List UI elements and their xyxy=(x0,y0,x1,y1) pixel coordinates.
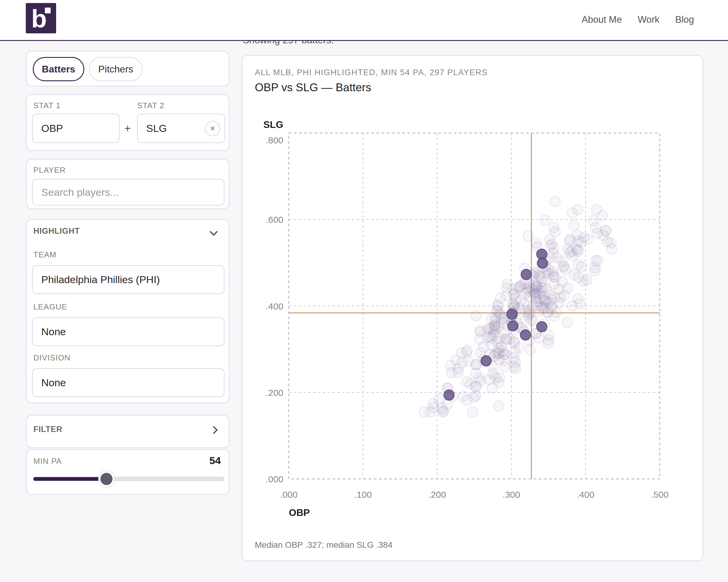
scatter-point[interactable] xyxy=(425,407,436,417)
scatter-plot[interactable]: .000.100.200.300.400.500.000.200.400.600… xyxy=(252,116,695,528)
scatter-point[interactable] xyxy=(562,317,572,328)
x-tick-label: .200 xyxy=(428,490,446,500)
stat1-select[interactable]: OBP xyxy=(32,114,120,143)
scatter-point[interactable] xyxy=(563,244,573,254)
scatter-point[interactable] xyxy=(438,406,448,416)
scatter-point[interactable] xyxy=(493,348,503,359)
scatter-point[interactable] xyxy=(485,323,495,333)
nav-link-about-me[interactable]: About Me xyxy=(581,14,622,25)
min-pa-card: MIN PA 54 xyxy=(26,449,229,495)
player-search-card: PLAYER xyxy=(26,159,229,209)
chart-card: ALL MLB, PHI HIGHLIGHTED, MIN 54 PA, 297… xyxy=(242,55,703,561)
clear-stat2-button[interactable]: × xyxy=(205,121,220,136)
scatter-point[interactable] xyxy=(525,345,536,355)
highlighted-point[interactable] xyxy=(508,321,518,331)
scatter-point[interactable] xyxy=(453,367,463,378)
scatter-point[interactable] xyxy=(582,234,593,244)
stat2-value: SLG xyxy=(146,122,167,134)
scatter-point[interactable] xyxy=(597,211,607,221)
scatter-point[interactable] xyxy=(471,311,481,321)
division-value: None xyxy=(41,377,66,389)
nav-link-work[interactable]: Work xyxy=(638,14,659,25)
x-tick-label: .400 xyxy=(577,490,594,500)
scatter-point[interactable] xyxy=(574,299,584,309)
scatter-point[interactable] xyxy=(456,348,467,358)
scatter-point[interactable] xyxy=(550,196,560,207)
stat2-label: STAT 2 xyxy=(137,101,164,110)
scatter-point[interactable] xyxy=(500,361,510,371)
scatter-point[interactable] xyxy=(523,312,533,322)
header: b About Me Work Blog xyxy=(0,0,728,41)
highlighted-point[interactable] xyxy=(521,269,531,279)
chevron-right-icon[interactable] xyxy=(211,427,216,433)
y-tick-label: .000 xyxy=(266,474,283,484)
mode-toggle-card: Batters Pitchers xyxy=(26,51,229,86)
stat1-label: STAT 1 xyxy=(33,101,61,110)
scatter-point[interactable] xyxy=(578,276,589,286)
scatter-point[interactable] xyxy=(573,259,583,270)
scatter-point[interactable] xyxy=(572,230,582,240)
scatter-point[interactable] xyxy=(607,244,617,254)
scatter-point[interactable] xyxy=(559,290,569,300)
batters-toggle-button[interactable]: Batters xyxy=(33,57,84,81)
scatter-point[interactable] xyxy=(494,372,505,383)
scatter-point[interactable] xyxy=(590,262,600,273)
scatter-point[interactable] xyxy=(467,407,478,417)
scatter-point[interactable] xyxy=(549,279,560,289)
scatter-point[interactable] xyxy=(556,256,567,267)
scatter-point[interactable] xyxy=(523,231,533,241)
scatter-point[interactable] xyxy=(540,215,550,225)
stat2-select[interactable]: SLG × xyxy=(137,114,225,143)
scatter-point[interactable] xyxy=(569,220,579,231)
scatter-point[interactable] xyxy=(549,243,559,253)
league-label: LEAGUE xyxy=(33,302,67,312)
min-pa-slider[interactable] xyxy=(33,477,224,481)
scatter-point[interactable] xyxy=(494,401,504,411)
league-value: None xyxy=(41,326,66,338)
scatter-point[interactable] xyxy=(551,307,562,317)
scatter-point[interactable] xyxy=(434,394,444,404)
x-tick-label: .100 xyxy=(354,490,371,500)
scatter-point[interactable] xyxy=(509,353,519,363)
stat1-value: OBP xyxy=(41,122,63,134)
player-search-input[interactable] xyxy=(32,179,225,205)
scatter-point[interactable] xyxy=(515,282,525,293)
scatter-point[interactable] xyxy=(600,225,610,236)
close-icon: × xyxy=(210,124,215,133)
team-select[interactable]: Philadelphia Phillies (PHI) xyxy=(32,265,225,294)
filter-card[interactable]: FILTER xyxy=(26,415,229,448)
chevron-down-icon[interactable] xyxy=(211,229,216,234)
pitchers-toggle-button[interactable]: Pitchers xyxy=(89,57,142,81)
median-caption: Median OBP .327; median SLG .384 xyxy=(255,540,392,550)
scatter-point[interactable] xyxy=(502,279,513,289)
nav-link-blog[interactable]: Blog xyxy=(675,14,694,25)
league-select[interactable]: None xyxy=(32,317,225,346)
scatter-point[interactable] xyxy=(573,204,583,215)
min-pa-slider-thumb[interactable] xyxy=(98,471,115,487)
highlighted-point[interactable] xyxy=(507,309,517,320)
division-select[interactable]: None xyxy=(32,368,225,397)
scatter-point[interactable] xyxy=(496,310,506,321)
stat-joiner: + xyxy=(124,122,131,135)
highlighted-point[interactable] xyxy=(537,322,547,332)
app-root: Showing 297 batters. b About Me Work Blo… xyxy=(0,0,728,582)
scatter-point[interactable] xyxy=(500,334,511,344)
scatter-point[interactable] xyxy=(471,359,482,369)
scatter-point[interactable] xyxy=(511,363,521,374)
scatter-point[interactable] xyxy=(458,391,468,401)
x-tick-label: .500 xyxy=(651,490,669,500)
highlighted-point[interactable] xyxy=(520,330,530,340)
scatter-point[interactable] xyxy=(474,372,485,383)
scatter-point[interactable] xyxy=(543,338,553,348)
scatter-point[interactable] xyxy=(493,300,503,310)
highlighted-point[interactable] xyxy=(538,258,548,268)
highlighted-point[interactable] xyxy=(481,356,491,366)
main-nav: About Me Work Blog xyxy=(581,0,694,39)
min-pa-label: MIN PA xyxy=(33,456,62,466)
scatter-point[interactable] xyxy=(475,325,486,336)
chart-subtitle: ALL MLB, PHI HIGHLIGHTED, MIN 54 PA, 297… xyxy=(255,68,488,77)
site-logo[interactable]: b xyxy=(26,3,56,33)
scatter-point[interactable] xyxy=(530,290,540,301)
highlighted-point[interactable] xyxy=(444,390,454,400)
scatter-point[interactable] xyxy=(550,227,560,237)
